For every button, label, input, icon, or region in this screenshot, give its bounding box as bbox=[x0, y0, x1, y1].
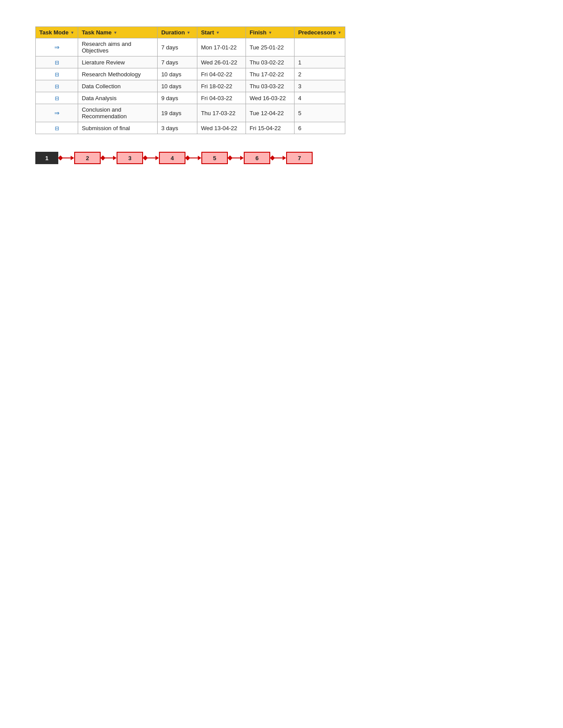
task-mode-cell bbox=[36, 122, 78, 134]
table-row: Research Methodology10 daysFri 04-02-22T… bbox=[36, 68, 345, 80]
start-cell: Fri 04-03-22 bbox=[197, 92, 246, 104]
col-label-task-name: Task Name bbox=[82, 29, 112, 36]
arrowhead-icon bbox=[71, 156, 74, 160]
connector-line bbox=[232, 158, 240, 158]
dropdown-arrow-task-name[interactable]: ▼ bbox=[113, 30, 117, 35]
finish-cell: Wed 16-03-22 bbox=[246, 92, 295, 104]
predecessors-cell: 6 bbox=[295, 122, 345, 134]
arrowhead-icon bbox=[283, 156, 286, 160]
diamond-icon bbox=[270, 155, 275, 160]
diamond-icon bbox=[58, 155, 63, 160]
network-connector bbox=[101, 156, 117, 160]
task-name-cell: Conclusion and Recommendation bbox=[78, 104, 158, 122]
network-connector bbox=[185, 156, 201, 160]
arrowhead-icon bbox=[240, 156, 244, 160]
manual-schedule-icon bbox=[55, 59, 59, 66]
col-header-predecessors[interactable]: Predecessors▼ bbox=[295, 27, 345, 38]
predecessors-cell bbox=[295, 38, 345, 56]
auto-schedule-icon bbox=[54, 44, 60, 51]
connector-line bbox=[147, 158, 155, 158]
task-name-cell: Lierature Review bbox=[78, 56, 158, 68]
finish-cell: Fri 15-04-22 bbox=[246, 122, 295, 134]
col-label-duration: Duration bbox=[161, 29, 185, 36]
predecessors-cell: 4 bbox=[295, 92, 345, 104]
network-node-7: 7 bbox=[286, 152, 313, 164]
network-node-6: 6 bbox=[244, 152, 270, 164]
task-mode-cell bbox=[36, 104, 78, 122]
col-label-start: Start bbox=[201, 29, 214, 36]
duration-cell: 7 days bbox=[158, 56, 197, 68]
predecessors-cell: 2 bbox=[295, 68, 345, 80]
duration-cell: 10 days bbox=[158, 68, 197, 80]
col-label-task-mode: Task Mode bbox=[39, 29, 68, 36]
finish-cell: Thu 03-03-22 bbox=[246, 80, 295, 92]
network-diagram: 1 2 3 4 5 6 bbox=[35, 152, 528, 164]
dropdown-arrow-task-mode[interactable]: ▼ bbox=[70, 30, 74, 35]
table-row: Conclusion and Recommendation19 daysThu … bbox=[36, 104, 345, 122]
manual-schedule-icon bbox=[55, 94, 59, 101]
task-mode-cell bbox=[36, 68, 78, 80]
connector-line bbox=[105, 158, 113, 158]
dropdown-arrow-duration[interactable]: ▼ bbox=[187, 30, 191, 35]
task-name-cell: Data Analysis bbox=[78, 92, 158, 104]
finish-cell: Tue 25-01-22 bbox=[246, 38, 295, 56]
col-header-finish[interactable]: Finish▼ bbox=[246, 27, 295, 38]
task-mode-cell bbox=[36, 80, 78, 92]
connector-line bbox=[190, 158, 198, 158]
network-node-2: 2 bbox=[74, 152, 101, 164]
task-name-cell: Research Methodology bbox=[78, 68, 158, 80]
dropdown-arrow-finish[interactable]: ▼ bbox=[268, 30, 272, 35]
table-row: Lierature Review7 daysWed 26-01-22Thu 03… bbox=[36, 56, 345, 68]
duration-cell: 19 days bbox=[158, 104, 197, 122]
diamond-icon bbox=[100, 155, 105, 160]
start-cell: Wed 26-01-22 bbox=[197, 56, 246, 68]
network-node-1: 1 bbox=[35, 152, 58, 164]
col-header-task-mode[interactable]: Task Mode▼ bbox=[36, 27, 78, 38]
predecessors-cell: 5 bbox=[295, 104, 345, 122]
network-node-4: 4 bbox=[159, 152, 185, 164]
table-row: Data Analysis9 daysFri 04-03-22Wed 16-03… bbox=[36, 92, 345, 104]
task-mode-cell bbox=[36, 38, 78, 56]
table-row: Submission of final3 daysWed 13-04-22Fri… bbox=[36, 122, 345, 134]
start-cell: Fri 04-02-22 bbox=[197, 68, 246, 80]
task-mode-cell bbox=[36, 92, 78, 104]
manual-schedule-icon bbox=[55, 124, 59, 131]
predecessors-cell: 1 bbox=[295, 56, 345, 68]
task-name-cell: Data Collection bbox=[78, 80, 158, 92]
col-header-task-name[interactable]: Task Name▼ bbox=[78, 27, 158, 38]
network-connector bbox=[143, 156, 159, 160]
network-connector bbox=[270, 156, 286, 160]
finish-cell: Thu 03-02-22 bbox=[246, 56, 295, 68]
diamond-icon bbox=[185, 155, 190, 160]
network-connector bbox=[58, 156, 74, 160]
gantt-table: Task Mode▼Task Name▼Duration▼Start▼Finis… bbox=[35, 26, 345, 134]
col-label-predecessors: Predecessors bbox=[298, 29, 336, 36]
task-name-cell: Research aims and Objectives bbox=[78, 38, 158, 56]
network-node-3: 3 bbox=[117, 152, 143, 164]
connector-line bbox=[275, 158, 283, 158]
duration-cell: 9 days bbox=[158, 92, 197, 104]
predecessors-cell: 3 bbox=[295, 80, 345, 92]
duration-cell: 3 days bbox=[158, 122, 197, 134]
manual-schedule-icon bbox=[55, 83, 59, 90]
arrowhead-icon bbox=[113, 156, 117, 160]
network-node-5: 5 bbox=[201, 152, 228, 164]
arrowhead-icon bbox=[198, 156, 201, 160]
connector-line bbox=[63, 158, 71, 158]
auto-schedule-icon bbox=[54, 109, 60, 116]
col-label-finish: Finish bbox=[249, 29, 266, 36]
start-cell: Mon 17-01-22 bbox=[197, 38, 246, 56]
diamond-icon bbox=[227, 155, 232, 160]
finish-cell: Tue 12-04-22 bbox=[246, 104, 295, 122]
dropdown-arrow-predecessors[interactable]: ▼ bbox=[337, 30, 341, 35]
dropdown-arrow-start[interactable]: ▼ bbox=[216, 30, 220, 35]
start-cell: Fri 18-02-22 bbox=[197, 80, 246, 92]
duration-cell: 7 days bbox=[158, 38, 197, 56]
finish-cell: Thu 17-02-22 bbox=[246, 68, 295, 80]
col-header-duration[interactable]: Duration▼ bbox=[158, 27, 197, 38]
start-cell: Wed 13-04-22 bbox=[197, 122, 246, 134]
task-mode-cell bbox=[36, 56, 78, 68]
duration-cell: 10 days bbox=[158, 80, 197, 92]
network-connector bbox=[228, 156, 244, 160]
col-header-start[interactable]: Start▼ bbox=[197, 27, 246, 38]
